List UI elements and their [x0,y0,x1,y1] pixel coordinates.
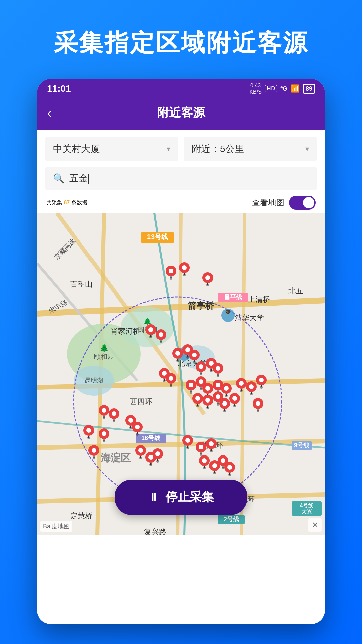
bottom-button-area: ⏸ 停止采集 [115,480,247,515]
location-label: 中关村大厦 [53,143,100,155]
svg-text:昌平线: 昌平线 [224,294,242,301]
svg-text:🌲: 🌲 [143,317,152,325]
svg-text:16号线: 16号线 [141,435,161,441]
status-time: 11:01 [47,83,71,94]
svg-text:西四环: 西四环 [130,397,152,406]
map-area: 🌲 颐和园 昆明湖 🌲 圆明园 13号线 昌平线 16号线 [37,213,325,535]
svg-text:大兴: 大兴 [301,508,312,515]
svg-text:🎓: 🎓 [225,309,231,315]
svg-text:2号线: 2号线 [224,516,239,523]
hd-badge: HD [265,85,277,92]
page-headline: 采集指定区域附近客源 [34,0,328,79]
filters-row: 中关村大厦 ▾ 附近：5公里 ▾ [45,137,317,161]
baidu-watermark: Bai度地图 [40,521,72,532]
network-speed: 0.43KB/S [249,82,261,95]
stats-prefix: 共采集 [46,200,62,205]
stats-count: 67 [64,200,70,205]
location-filter[interactable]: 中关村大厦 ▾ [45,137,178,161]
svg-text:海淀区: 海淀区 [101,452,131,463]
phone-frame: 11:01 0.43KB/S HD ⁴G 📶 89 ‹ 附近客源 中关村大厦 ▾… [37,79,325,624]
page-title: 附近客源 [157,105,205,121]
stop-label: 停止采集 [166,489,214,505]
content-area: 中关村大厦 ▾ 附近：5公里 ▾ 🔍 五金 共采集 67 条数据 查看地图 [37,130,325,210]
back-button[interactable]: ‹ [47,105,52,121]
svg-text:北五: 北五 [288,287,303,295]
svg-text:肖家河桥: 肖家河桥 [111,327,140,335]
svg-text:复兴路: 复兴路 [144,528,166,535]
nearby-filter[interactable]: 附近：5公里 ▾ [184,137,317,161]
chevron-down-icon: ▾ [167,145,170,153]
search-input[interactable]: 五金 [69,172,309,185]
stop-collect-button[interactable]: ⏸ 停止采集 [115,480,247,515]
svg-text:9号线: 9号线 [294,442,310,449]
map-label: 查看地图 [252,197,284,208]
search-icon: 🔍 [53,173,65,184]
network-type: ⁴G [280,85,287,92]
map-view-toggle[interactable] [289,196,316,210]
stats-text: 共采集 67 条数据 [46,199,87,206]
svg-text:定慧桥: 定慧桥 [70,512,93,520]
signal-icon: 📶 [291,84,300,93]
close-icon[interactable]: ✕ [308,518,322,532]
svg-text:🌲: 🌲 [100,343,109,353]
map-toggle-area: 查看地图 [252,196,316,210]
svg-text:上清桥: 上清桥 [248,295,270,304]
svg-text:昆明湖: 昆明湖 [85,377,103,384]
battery-indicator: 89 [303,84,315,94]
svg-text:箭亭桥: 箭亭桥 [188,301,214,311]
stats-suffix: 条数据 [71,200,87,205]
nearby-label: 附近：5公里 [192,143,244,155]
stats-row: 共采集 67 条数据 查看地图 [45,196,317,210]
pause-icon: ⏸ [148,491,159,503]
svg-text:清华大学: 清华大学 [235,314,264,322]
status-icons: 0.43KB/S HD ⁴G 📶 89 [249,82,315,95]
svg-text:13号线: 13号线 [147,233,168,240]
svg-text:4号线: 4号线 [300,503,314,508]
status-bar: 11:01 0.43KB/S HD ⁴G 📶 89 [37,79,325,98]
svg-text:颐和园: 颐和园 [94,353,114,360]
svg-text:百望山: 百望山 [70,280,93,288]
search-bar[interactable]: 🔍 五金 [45,167,317,190]
chevron-down-icon: ▾ [305,145,309,153]
top-bar: ‹ 附近客源 [37,98,325,130]
